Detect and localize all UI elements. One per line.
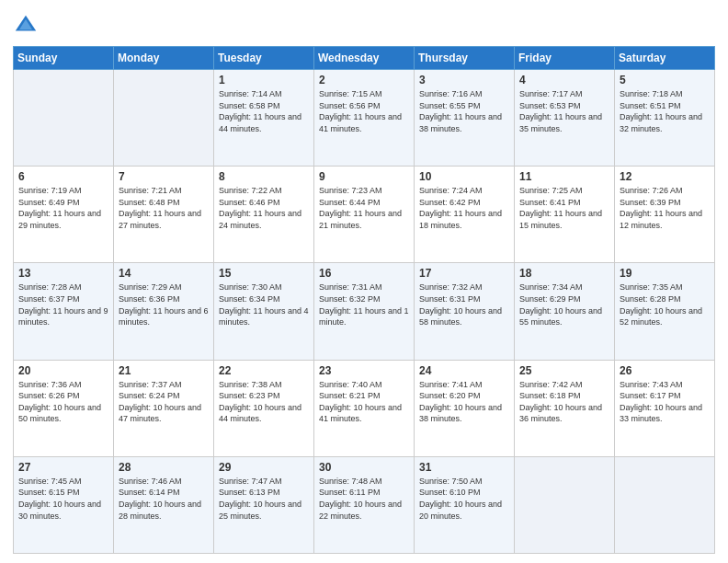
- day-number: 6: [18, 170, 108, 183]
- calendar-cell: [114, 70, 214, 167]
- sunset-text: Sunset: 6:58 PM: [219, 100, 309, 112]
- calendar-table: SundayMondayTuesdayWednesdayThursdayFrid…: [13, 46, 715, 554]
- header: [13, 9, 715, 39]
- day-number: 5: [620, 74, 710, 86]
- calendar-cell: 16Sunrise: 7:31 AMSunset: 6:32 PMDayligh…: [314, 263, 415, 360]
- day-detail: Sunrise: 7:47 AMSunset: 6:13 PMDaylight:…: [219, 476, 309, 522]
- day-number: 20: [18, 364, 108, 377]
- day-detail: Sunrise: 7:46 AMSunset: 6:14 PMDaylight:…: [119, 476, 209, 522]
- calendar-week-1: 1Sunrise: 7:14 AMSunset: 6:58 PMDaylight…: [14, 70, 715, 167]
- daylight-text: Daylight: 11 hours and 32 minutes.: [620, 111, 710, 134]
- daylight-text: Daylight: 10 hours and 38 minutes.: [419, 402, 509, 425]
- day-number: 19: [620, 267, 710, 280]
- sunrise-text: Sunrise: 7:29 AM: [119, 282, 209, 293]
- weekday-wednesday: Wednesday: [314, 47, 415, 70]
- weekday-thursday: Thursday: [415, 47, 515, 70]
- daylight-text: Daylight: 10 hours and 55 minutes.: [519, 305, 609, 328]
- sunrise-text: Sunrise: 7:45 AM: [18, 476, 108, 488]
- sunset-text: Sunset: 6:21 PM: [319, 390, 409, 402]
- sunrise-text: Sunrise: 7:47 AM: [219, 476, 309, 488]
- sunset-text: Sunset: 6:55 PM: [419, 100, 509, 112]
- day-number: 10: [419, 170, 509, 183]
- calendar-cell: 11Sunrise: 7:25 AMSunset: 6:41 PMDayligh…: [515, 167, 615, 263]
- day-number: 13: [18, 267, 108, 280]
- day-detail: Sunrise: 7:45 AMSunset: 6:15 PMDaylight:…: [18, 476, 108, 522]
- daylight-text: Daylight: 10 hours and 36 minutes.: [519, 402, 609, 425]
- calendar-cell: 30Sunrise: 7:48 AMSunset: 6:11 PMDayligh…: [314, 456, 415, 553]
- sunrise-text: Sunrise: 7:36 AM: [18, 379, 108, 391]
- day-detail: Sunrise: 7:48 AMSunset: 6:11 PMDaylight:…: [319, 476, 409, 522]
- weekday-monday: Monday: [114, 47, 214, 70]
- day-detail: Sunrise: 7:31 AMSunset: 6:32 PMDaylight:…: [319, 282, 409, 327]
- daylight-text: Daylight: 10 hours and 44 minutes.: [219, 402, 309, 425]
- sunrise-text: Sunrise: 7:15 AM: [319, 88, 409, 100]
- calendar-cell: 28Sunrise: 7:46 AMSunset: 6:14 PMDayligh…: [114, 456, 214, 553]
- day-number: 21: [119, 364, 209, 377]
- sunrise-text: Sunrise: 7:17 AM: [519, 88, 609, 100]
- logo: [13, 13, 42, 39]
- calendar-cell: 19Sunrise: 7:35 AMSunset: 6:28 PMDayligh…: [615, 263, 715, 360]
- daylight-text: Daylight: 11 hours and 41 minutes.: [319, 111, 409, 134]
- daylight-text: Daylight: 11 hours and 9 minutes.: [18, 305, 108, 328]
- sunset-text: Sunset: 6:20 PM: [419, 390, 509, 402]
- calendar-cell: 31Sunrise: 7:50 AMSunset: 6:10 PMDayligh…: [415, 456, 515, 553]
- day-detail: Sunrise: 7:29 AMSunset: 6:36 PMDaylight:…: [119, 282, 209, 327]
- day-detail: Sunrise: 7:30 AMSunset: 6:34 PMDaylight:…: [219, 282, 309, 327]
- day-number: 24: [419, 364, 509, 377]
- day-detail: Sunrise: 7:17 AMSunset: 6:53 PMDaylight:…: [519, 88, 609, 134]
- day-detail: Sunrise: 7:28 AMSunset: 6:37 PMDaylight:…: [18, 282, 108, 327]
- calendar-cell: [515, 456, 615, 553]
- sunset-text: Sunset: 6:42 PM: [419, 197, 509, 209]
- day-detail: Sunrise: 7:16 AMSunset: 6:55 PMDaylight:…: [419, 88, 509, 134]
- day-number: 26: [620, 364, 710, 377]
- calendar-body: 1Sunrise: 7:14 AMSunset: 6:58 PMDaylight…: [14, 70, 715, 554]
- calendar-cell: 12Sunrise: 7:26 AMSunset: 6:39 PMDayligh…: [615, 167, 715, 263]
- sunset-text: Sunset: 6:48 PM: [119, 197, 209, 209]
- daylight-text: Daylight: 10 hours and 20 minutes.: [419, 499, 509, 522]
- day-detail: Sunrise: 7:25 AMSunset: 6:41 PMDaylight:…: [519, 185, 609, 231]
- day-number: 22: [219, 364, 309, 377]
- sunset-text: Sunset: 6:26 PM: [18, 390, 108, 402]
- calendar-cell: 23Sunrise: 7:40 AMSunset: 6:21 PMDayligh…: [314, 360, 415, 456]
- sunrise-text: Sunrise: 7:23 AM: [319, 185, 409, 197]
- daylight-text: Daylight: 11 hours and 18 minutes.: [419, 208, 509, 231]
- sunset-text: Sunset: 6:14 PM: [119, 487, 209, 499]
- sunset-text: Sunset: 6:13 PM: [219, 487, 309, 499]
- day-detail: Sunrise: 7:43 AMSunset: 6:17 PMDaylight:…: [620, 379, 710, 425]
- weekday-friday: Friday: [515, 47, 615, 70]
- day-detail: Sunrise: 7:21 AMSunset: 6:48 PMDaylight:…: [119, 185, 209, 231]
- sunrise-text: Sunrise: 7:43 AM: [620, 379, 710, 391]
- sunset-text: Sunset: 6:46 PM: [219, 197, 309, 209]
- calendar-cell: 6Sunrise: 7:19 AMSunset: 6:49 PMDaylight…: [14, 167, 114, 263]
- sunrise-text: Sunrise: 7:42 AM: [519, 379, 609, 391]
- sunrise-text: Sunrise: 7:40 AM: [319, 379, 409, 391]
- calendar-cell: 24Sunrise: 7:41 AMSunset: 6:20 PMDayligh…: [415, 360, 515, 456]
- day-detail: Sunrise: 7:36 AMSunset: 6:26 PMDaylight:…: [18, 379, 108, 425]
- calendar-week-3: 13Sunrise: 7:28 AMSunset: 6:37 PMDayligh…: [14, 263, 715, 360]
- daylight-text: Daylight: 11 hours and 4 minutes.: [219, 305, 309, 328]
- sunset-text: Sunset: 6:18 PM: [519, 390, 609, 402]
- daylight-text: Daylight: 11 hours and 1 minute.: [319, 305, 409, 328]
- daylight-text: Daylight: 10 hours and 52 minutes.: [620, 305, 710, 328]
- sunrise-text: Sunrise: 7:32 AM: [419, 282, 509, 293]
- calendar-cell: 22Sunrise: 7:38 AMSunset: 6:23 PMDayligh…: [214, 360, 314, 456]
- calendar-cell: 18Sunrise: 7:34 AMSunset: 6:29 PMDayligh…: [515, 263, 615, 360]
- calendar-cell: 20Sunrise: 7:36 AMSunset: 6:26 PMDayligh…: [14, 360, 114, 456]
- calendar-cell: 25Sunrise: 7:42 AMSunset: 6:18 PMDayligh…: [515, 360, 615, 456]
- logo-icon: [13, 13, 39, 39]
- sunset-text: Sunset: 6:11 PM: [319, 487, 409, 499]
- sunset-text: Sunset: 6:23 PM: [219, 390, 309, 402]
- weekday-tuesday: Tuesday: [214, 47, 314, 70]
- calendar-cell: [615, 456, 715, 553]
- day-detail: Sunrise: 7:24 AMSunset: 6:42 PMDaylight:…: [419, 185, 509, 231]
- calendar-cell: 1Sunrise: 7:14 AMSunset: 6:58 PMDaylight…: [214, 70, 314, 167]
- sunrise-text: Sunrise: 7:46 AM: [119, 476, 209, 488]
- day-number: 23: [319, 364, 409, 377]
- daylight-text: Daylight: 11 hours and 12 minutes.: [620, 208, 710, 231]
- daylight-text: Daylight: 11 hours and 35 minutes.: [519, 111, 609, 134]
- sunset-text: Sunset: 6:28 PM: [620, 293, 710, 305]
- daylight-text: Daylight: 11 hours and 27 minutes.: [119, 208, 209, 231]
- daylight-text: Daylight: 11 hours and 38 minutes.: [419, 111, 509, 134]
- day-number: 25: [519, 364, 609, 377]
- day-number: 31: [419, 461, 509, 474]
